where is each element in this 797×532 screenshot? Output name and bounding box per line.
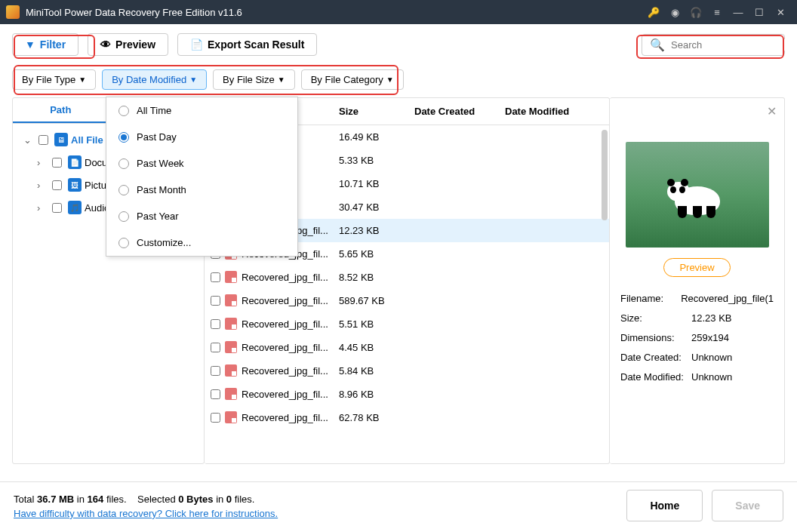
file-name: Recovered_jpg_fil... (242, 318, 328, 330)
row-checkbox[interactable] (211, 296, 220, 306)
file-size: 589.67 KB (339, 295, 414, 306)
scrollbar[interactable] (602, 130, 608, 220)
filter-tab-type[interactable]: By File Type▼ (12, 69, 96, 90)
filter-tab-category[interactable]: By File Category▼ (301, 69, 404, 90)
col-size[interactable]: Size (339, 106, 414, 117)
jpg-file-icon (225, 294, 237, 306)
filter-tab-size[interactable]: By File Size▼ (213, 69, 295, 90)
file-row[interactable]: Recovered_jpg_fil...5.51 KB (205, 312, 609, 336)
date-option-past-day[interactable]: Past Day (106, 124, 297, 150)
row-checkbox[interactable] (211, 343, 220, 352)
footer-totals: Total 36.7 MB in 164 files. Selected 0 B… (14, 492, 278, 508)
eye-icon: 👁 (100, 38, 111, 51)
date-option-past-week[interactable]: Past Week (106, 150, 297, 177)
tree-checkbox[interactable] (52, 180, 62, 190)
meta-key: Date Created: (620, 348, 691, 367)
window-title: MiniTool Power Data Recovery Free Editio… (26, 7, 643, 18)
maximize-icon[interactable]: ☐ (749, 2, 770, 23)
filter-tab-date[interactable]: By Date Modified▼ (102, 69, 207, 90)
save-button[interactable]: Save (712, 490, 783, 521)
filter-tabs: By File Type▼ By Date Modified▼ By File … (0, 65, 797, 97)
row-checkbox[interactable] (211, 366, 220, 376)
jpg-file-icon (225, 411, 237, 423)
disc-icon[interactable]: ◉ (664, 2, 685, 23)
file-row[interactable]: Recovered_jpg_fil...589.67 KB (205, 289, 609, 312)
help-link[interactable]: Have difficulty with data recovery? Clic… (14, 508, 278, 519)
chevron-right-icon[interactable]: › (37, 202, 46, 214)
file-name: Recovered_jpg_fil... (242, 365, 328, 377)
display-icon: 🖥 (54, 133, 68, 146)
radio-icon (118, 238, 129, 248)
tree-checkbox[interactable] (38, 135, 48, 145)
chevron-right-icon[interactable]: › (37, 180, 46, 191)
filter-label: Filter (40, 38, 66, 51)
close-preview-icon[interactable]: ✕ (767, 104, 777, 118)
radio-icon (118, 158, 129, 169)
filter-icon: ▼ (25, 38, 35, 51)
home-button[interactable]: Home (626, 490, 703, 521)
date-option-past-month[interactable]: Past Month (106, 177, 297, 203)
row-checkbox[interactable] (211, 272, 220, 282)
jpg-file-icon (225, 388, 237, 400)
row-checkbox[interactable] (211, 389, 220, 399)
chevron-down-icon: ▼ (189, 75, 197, 84)
meta-key: Dimensions: (620, 328, 691, 348)
close-icon[interactable]: ✕ (770, 2, 791, 23)
sidebar-tab-path[interactable]: Path (13, 98, 109, 123)
chevron-down-icon: ▼ (78, 75, 86, 84)
picture-icon: 🖼 (68, 178, 82, 192)
search-input[interactable] (671, 39, 797, 51)
file-name: Recovered_jpg_fil... (242, 412, 328, 423)
preview-meta: Filename:Recovered_jpg_file(1 Size:12.23… (620, 289, 774, 387)
footer: Total 36.7 MB in 164 files. Selected 0 B… (0, 481, 797, 532)
file-name: Recovered_jpg_fil... (242, 295, 328, 306)
preview-button[interactable]: 👁 Preview (88, 33, 168, 56)
meta-value: Recovered_jpg_file(1 (681, 289, 774, 309)
file-size: 8.96 KB (339, 389, 414, 400)
tree-checkbox[interactable] (52, 203, 62, 213)
search-box[interactable]: 🔍 (642, 34, 785, 56)
chevron-right-icon[interactable]: › (37, 157, 46, 168)
file-row[interactable]: Recovered_jpg_fil...5.84 KB (205, 359, 609, 383)
preview-label: Preview (115, 38, 155, 51)
row-checkbox[interactable] (211, 413, 220, 423)
export-button[interactable]: 📄 Export Scan Result (177, 33, 317, 56)
date-option-past-year[interactable]: Past Year (106, 203, 297, 229)
file-size: 5.33 KB (339, 155, 414, 166)
chevron-down-icon[interactable]: ⌄ (23, 134, 32, 146)
minimize-icon[interactable]: — (728, 2, 749, 23)
col-created[interactable]: Date Created (414, 106, 505, 117)
radio-icon (118, 132, 129, 143)
audio-icon: 🎵 (68, 201, 82, 214)
meta-value: 259x194 (691, 328, 729, 348)
radio-icon (118, 106, 129, 116)
col-modified[interactable]: Date Modified (505, 106, 588, 117)
date-option-customize[interactable]: Customize... (106, 229, 297, 256)
headset-icon[interactable]: 🎧 (685, 2, 706, 23)
file-size: 5.65 KB (339, 248, 414, 260)
menu-icon[interactable]: ≡ (706, 2, 728, 23)
file-size: 5.84 KB (339, 365, 414, 377)
date-filter-dropdown: All Time Past Day Past Week Past Month P… (106, 97, 298, 257)
file-size: 5.51 KB (339, 318, 414, 330)
meta-value: Unknown (691, 348, 732, 367)
file-size: 62.78 KB (339, 412, 414, 423)
radio-icon (118, 211, 129, 222)
titlebar: MiniTool Power Data Recovery Free Editio… (0, 0, 797, 24)
jpg-file-icon (225, 364, 237, 377)
jpg-file-icon (225, 318, 237, 330)
preview-pane: ✕ Preview Filename:Recovered_jpg_file(1 … (610, 97, 785, 464)
row-checkbox[interactable] (211, 319, 220, 329)
key-icon[interactable]: 🔑 (643, 2, 664, 23)
filter-button[interactable]: ▼ Filter (12, 33, 78, 56)
preview-open-button[interactable]: Preview (663, 258, 730, 277)
file-row[interactable]: Recovered_jpg_fil...8.96 KB (205, 383, 609, 406)
export-icon: 📄 (190, 38, 203, 51)
meta-value: 12.23 KB (691, 309, 732, 328)
file-name: Recovered_jpg_fil... (242, 342, 328, 353)
file-row[interactable]: Recovered_jpg_fil...62.78 KB (205, 406, 609, 429)
date-option-all-time[interactable]: All Time (106, 97, 297, 124)
tree-checkbox[interactable] (52, 158, 62, 168)
file-row[interactable]: Recovered_jpg_fil...4.45 KB (205, 336, 609, 359)
file-row[interactable]: Recovered_jpg_fil...8.52 KB (205, 266, 609, 289)
